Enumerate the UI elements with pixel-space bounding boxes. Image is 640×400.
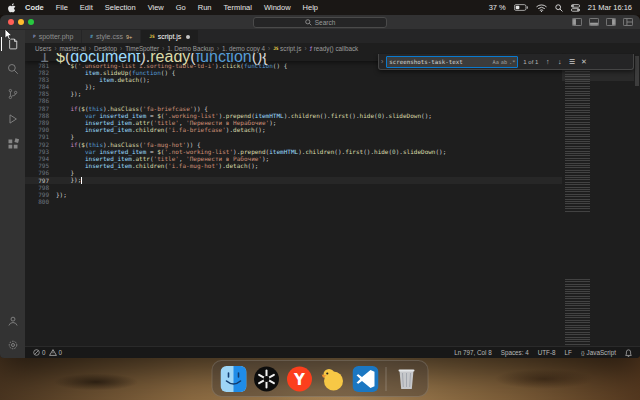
tab-script.js[interactable]: JSscript.js [141, 30, 199, 43]
code-line-792[interactable]: 792 if($(this).hasClass('fa-mug-hot')) { [25, 141, 562, 148]
customize-layout-icon[interactable] [623, 18, 633, 26]
menu-window[interactable]: Window [258, 3, 297, 12]
line-number: 793 [25, 148, 56, 155]
code-line-795[interactable]: 795 inserted_item.children('i.fa-mug-hot… [25, 162, 562, 169]
mouse-cursor [4, 27, 13, 45]
match-case-icon[interactable]: Aa [493, 59, 499, 65]
code-area[interactable]: 781 $('.unsorting-list i.sorting-table-t… [25, 62, 562, 206]
breadcrumb-item[interactable]: Desktop [94, 45, 117, 52]
menu-edit[interactable]: Edit [74, 3, 99, 12]
code-line-798[interactable]: 798 [25, 184, 562, 191]
window-titlebar[interactable]: Search [0, 15, 640, 30]
code-line-794[interactable]: 794 inserted_item.attr('title', 'Перенес… [25, 155, 562, 162]
breadcrumb-item[interactable]: 1. demo copy 4 [222, 45, 265, 52]
menu-terminal[interactable]: Terminal [218, 3, 258, 12]
minimap[interactable] [562, 53, 634, 346]
cursor-position[interactable]: Ln 797, Col 8 [454, 349, 491, 356]
wifi-icon[interactable] [536, 4, 547, 12]
menu-run[interactable]: Run [192, 3, 218, 12]
scrollbar-slider[interactable] [635, 56, 639, 86]
code-line-797[interactable]: 797 }); [25, 177, 562, 184]
tab-spotter.php[interactable]: Pspotter.php [25, 30, 82, 43]
breadcrumb-item[interactable]: JSscript.js [273, 45, 301, 52]
toggle-secondary-sidebar-icon[interactable] [606, 18, 616, 26]
settings-gear-icon[interactable] [6, 338, 20, 352]
close-window-button[interactable] [8, 19, 14, 25]
extensions-icon[interactable] [6, 137, 20, 151]
regex-icon[interactable]: .* [509, 59, 515, 65]
close-find-icon[interactable]: ✕ [579, 57, 588, 66]
battery-icon[interactable] [514, 4, 528, 11]
encoding[interactable]: UTF-8 [538, 349, 556, 356]
source-control-icon[interactable] [6, 87, 20, 101]
status-bar: 0 0 Ln 797, Col 8 Spaces: 4 UTF-8 LF {}J… [25, 346, 640, 358]
code-line-785[interactable]: 785 }); [25, 90, 562, 97]
control-center-icon[interactable] [571, 4, 580, 12]
notifications-bell-icon[interactable] [625, 349, 632, 357]
code-line-783[interactable]: 783 item.detach(); [25, 76, 562, 83]
code-line-791[interactable]: 791 } [25, 133, 562, 140]
menubar-clock[interactable]: 21 Mar 16:16 [588, 3, 632, 12]
previous-match-icon[interactable]: ↑ [543, 57, 552, 66]
spotlight-search-icon[interactable] [555, 4, 563, 12]
code-line-796[interactable]: 796 } [25, 169, 562, 176]
zoom-window-button[interactable] [28, 19, 34, 25]
search-icon[interactable] [6, 62, 20, 76]
run-debug-icon[interactable] [6, 112, 20, 126]
menu-help[interactable]: Help [297, 3, 324, 12]
menu-view[interactable]: View [142, 3, 170, 12]
tab-style.css[interactable]: #style.css9+ [82, 30, 141, 43]
menu-go[interactable]: Go [170, 3, 192, 12]
code-text: item.detach(); [56, 76, 150, 83]
whole-word-icon[interactable]: ab [501, 59, 507, 65]
toggle-sidebar-icon[interactable] [572, 18, 582, 26]
modified-dot-icon[interactable] [186, 35, 190, 39]
code-line-799[interactable]: 799}); [25, 191, 562, 198]
minimize-window-button[interactable] [18, 19, 24, 25]
code-line-800[interactable]: 800 [25, 198, 562, 205]
vscode-dock-icon[interactable] [353, 366, 379, 392]
code-line-789[interactable]: 789 inserted_item.attr('title', 'Перенес… [25, 119, 562, 126]
warnings-indicator[interactable]: 0 [49, 349, 63, 356]
command-center-search[interactable]: Search [253, 17, 387, 28]
chatgpt-dock-icon[interactable] [254, 366, 280, 392]
code-line-793[interactable]: 793 var inserted_item = $('.not-working-… [25, 148, 562, 155]
indentation[interactable]: Spaces: 4 [501, 349, 529, 356]
dock: Y [212, 360, 429, 397]
code-text: if($(this).hasClass('fa-mug-hot')) { [56, 141, 201, 148]
vertical-scrollbar[interactable] [634, 53, 640, 346]
errors-indicator[interactable]: 0 [33, 349, 46, 356]
code-line-790[interactable]: 790 inserted_item.children('i.fa-briefca… [25, 126, 562, 133]
breadcrumb-item[interactable]: 1. Demo Backup [167, 45, 214, 52]
code-line-788[interactable]: 788 var inserted_item = $('.working-list… [25, 112, 562, 119]
breadcrumb-item[interactable]: ƒready() callback [310, 45, 359, 52]
toggle-panel-icon[interactable] [589, 18, 599, 26]
find-input[interactable]: screenshots-task-text Aaab.* [386, 56, 518, 68]
breadcrumb-item[interactable]: master-ai [60, 45, 86, 52]
breadcrumb-item[interactable]: TimeSpotter [125, 45, 159, 52]
tab-label: style.css [96, 33, 123, 40]
code-text: }); [56, 83, 96, 90]
yandex-dock-icon[interactable]: Y [287, 366, 313, 392]
code-line-787[interactable]: 787 if($(this).hasClass('fa-briefcase'))… [25, 105, 562, 112]
search-icon [305, 19, 312, 26]
line-number: 784 [25, 83, 56, 90]
account-icon[interactable] [6, 314, 20, 328]
code-line-786[interactable]: 786 [25, 97, 562, 104]
menu-selection[interactable]: Selection [99, 3, 142, 12]
find-in-selection-icon[interactable]: ☰ [567, 57, 576, 66]
toggle-replace-icon[interactable]: › [381, 58, 383, 65]
breadcrumb-separator: › [303, 45, 307, 52]
menu-file[interactable]: File [50, 3, 74, 12]
apple-menu-icon[interactable] [8, 3, 19, 13]
menu-code[interactable]: Code [19, 3, 50, 12]
code-line-784[interactable]: 784 }); [25, 83, 562, 90]
next-match-icon[interactable]: ↓ [555, 57, 564, 66]
trash-dock-icon[interactable] [394, 366, 420, 392]
breadcrumb-item[interactable]: Users [35, 45, 51, 52]
duck-dock-icon[interactable] [320, 366, 346, 392]
finder-dock-icon[interactable] [221, 366, 247, 392]
language-mode[interactable]: {}JavaScript [581, 349, 616, 356]
eol-sequence[interactable]: LF [565, 349, 572, 356]
code-editor[interactable]: 1$(document).ready(function(){ 781 $('.u… [25, 53, 640, 346]
